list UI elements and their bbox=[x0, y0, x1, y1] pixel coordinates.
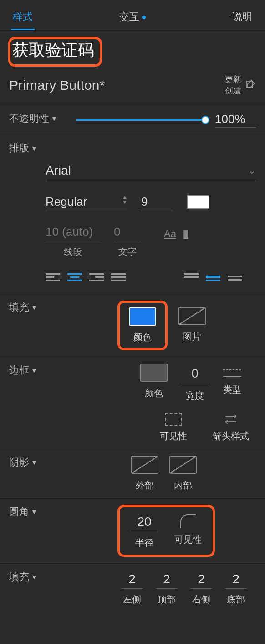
align-left-button[interactable] bbox=[46, 271, 60, 283]
opacity-section: 不透明性▼ 100% bbox=[0, 105, 265, 135]
h-align-group bbox=[46, 271, 126, 283]
arrow-style-label: 箭头样式 bbox=[210, 430, 251, 442]
corner-visibility-label: 可见性 bbox=[174, 534, 202, 546]
padding-section: 填充▼ 2 左侧 2 顶部 2 右侧 2 底部 bbox=[0, 564, 265, 612]
padding-right-input[interactable]: 2 bbox=[190, 570, 212, 589]
highlight-element-name: 获取验证码 bbox=[8, 37, 102, 67]
text-case-icon[interactable]: Aa bbox=[164, 228, 176, 240]
shadow-section: 阴影▼ 外部 内部 bbox=[0, 449, 265, 499]
update-style-link[interactable]: 更新 bbox=[225, 74, 241, 85]
line-spacing-label: 线段 bbox=[46, 246, 100, 258]
border-visibility-button[interactable] bbox=[165, 413, 182, 426]
typography-label[interactable]: 排版▼ bbox=[9, 141, 256, 155]
outer-shadow-label: 外部 bbox=[131, 479, 158, 492]
tab-interaction[interactable]: 交互 bbox=[117, 5, 148, 30]
font-weight-select[interactable]: Regular ▲▼ bbox=[46, 193, 127, 211]
corner-label[interactable]: 圆角▼ bbox=[9, 505, 37, 519]
opacity-label[interactable]: 不透明性▼ bbox=[9, 112, 57, 125]
opacity-value-input[interactable]: 100% bbox=[215, 112, 256, 128]
padding-right-label: 右侧 bbox=[190, 593, 212, 606]
caret-icon: ▼ bbox=[31, 304, 37, 311]
fill-color-swatch[interactable] bbox=[129, 307, 156, 326]
align-justify-button[interactable] bbox=[111, 271, 126, 283]
border-width-label: 宽度 bbox=[181, 390, 209, 402]
shadow-label[interactable]: 阴影▼ bbox=[9, 456, 37, 469]
padding-bottom-label: 底部 bbox=[225, 593, 247, 606]
create-style-link[interactable]: 创建 bbox=[225, 85, 241, 97]
valign-bottom-button[interactable] bbox=[228, 271, 242, 283]
tab-interaction-label: 交互 bbox=[119, 11, 139, 22]
fill-image-swatch[interactable] bbox=[178, 307, 206, 325]
border-color-swatch[interactable] bbox=[140, 364, 168, 382]
inner-shadow-label: 内部 bbox=[169, 479, 197, 492]
corner-radius-input[interactable]: 20 bbox=[131, 513, 158, 531]
border-section: 边框▼ 颜色 0 宽度 类型 可见性 bbox=[0, 357, 265, 449]
font-size-input[interactable]: 9 bbox=[141, 193, 173, 211]
opacity-slider[interactable] bbox=[76, 119, 209, 121]
tab-notes[interactable]: 说明 bbox=[230, 5, 254, 30]
border-width-input[interactable]: 0 bbox=[181, 364, 209, 384]
caret-icon: ▼ bbox=[31, 145, 37, 152]
style-name[interactable]: Primary Button* bbox=[9, 78, 225, 93]
border-color-label: 颜色 bbox=[140, 387, 168, 400]
valign-middle-button[interactable] bbox=[206, 271, 220, 283]
arrow-style-button[interactable] bbox=[222, 413, 240, 426]
align-center-button[interactable] bbox=[67, 271, 82, 283]
padding-left-label: 左侧 bbox=[121, 593, 143, 606]
style-links: 更新 创建 bbox=[225, 74, 241, 97]
inner-shadow-swatch[interactable] bbox=[169, 456, 197, 474]
font-family-select[interactable]: Arial ⌄ bbox=[46, 161, 256, 181]
style-master-row: Primary Button* 更新 创建 bbox=[0, 70, 265, 105]
edit-icon[interactable] bbox=[245, 79, 256, 92]
highlight-fill-color: 颜色 bbox=[117, 301, 168, 350]
padding-top-label: 顶部 bbox=[156, 593, 178, 606]
fill-color-label: 颜色 bbox=[129, 331, 156, 343]
line-spacing-input[interactable]: 10 (auto) bbox=[46, 223, 100, 241]
valign-top-button[interactable] bbox=[184, 271, 199, 283]
padding-label[interactable]: 填充▼ bbox=[9, 570, 37, 584]
outer-shadow-swatch[interactable] bbox=[131, 456, 158, 474]
interaction-indicator-dot bbox=[142, 16, 146, 19]
v-align-group bbox=[184, 271, 242, 283]
border-label[interactable]: 边框▼ bbox=[9, 364, 37, 377]
stepper-icon[interactable]: ▲▼ bbox=[122, 195, 127, 209]
border-visibility-label: 可见性 bbox=[153, 430, 194, 442]
element-name-input[interactable]: 获取验证码 bbox=[12, 39, 94, 62]
chevron-down-icon: ⌄ bbox=[248, 165, 256, 176]
tab-style[interactable]: 样式 bbox=[11, 5, 35, 30]
padding-left-input[interactable]: 2 bbox=[121, 570, 143, 589]
caret-icon: ▼ bbox=[31, 573, 37, 581]
caret-icon: ▼ bbox=[51, 115, 57, 122]
panel-tabs: 样式 交互 说明 bbox=[0, 0, 265, 31]
caret-icon: ▼ bbox=[31, 367, 37, 374]
fill-image-label: 图片 bbox=[178, 331, 206, 343]
padding-bottom-input[interactable]: 2 bbox=[225, 570, 247, 589]
align-right-button[interactable] bbox=[89, 271, 104, 283]
char-spacing-label: 文字 bbox=[114, 246, 141, 258]
corner-visibility-button[interactable] bbox=[180, 514, 196, 528]
caret-icon: ▼ bbox=[31, 459, 37, 466]
fill-section: 填充▼ 颜色 图片 bbox=[0, 294, 265, 357]
corner-section: 圆角▼ 20 半径 可见性 bbox=[0, 499, 265, 564]
font-color-swatch[interactable] bbox=[187, 195, 209, 209]
typography-section: 排版▼ Arial ⌄ Regular ▲▼ 9 10 (auto) 线段 0 … bbox=[0, 135, 265, 294]
slider-thumb[interactable] bbox=[201, 116, 209, 124]
corner-radius-label: 半径 bbox=[131, 537, 158, 549]
element-name-row: 获取验证码 bbox=[0, 31, 265, 70]
highlight-corner: 20 半径 可见性 bbox=[117, 505, 215, 557]
padding-top-input[interactable]: 2 bbox=[156, 570, 178, 589]
border-type-label: 类型 bbox=[222, 384, 242, 396]
caret-icon: ▼ bbox=[31, 508, 37, 515]
border-type-button[interactable] bbox=[222, 368, 242, 378]
fill-label[interactable]: 填充▼ bbox=[9, 301, 37, 314]
char-spacing-input[interactable]: 0 bbox=[114, 223, 141, 241]
text-format-icon[interactable]: ▮ bbox=[183, 227, 189, 241]
